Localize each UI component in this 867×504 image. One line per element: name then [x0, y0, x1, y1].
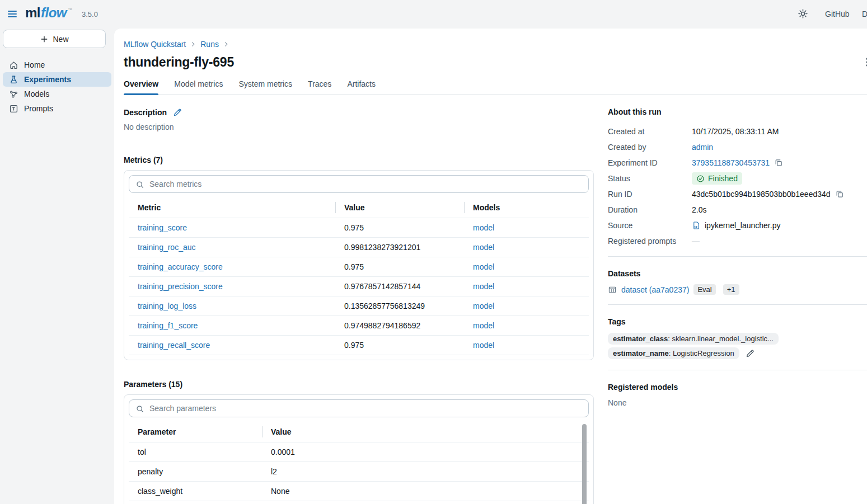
parameter-value-cell: l2: [262, 462, 589, 482]
tags-list: estimator_class: sklearn.linear_model._l…: [608, 333, 867, 359]
model-link[interactable]: model: [473, 341, 494, 350]
hamburger-menu-icon[interactable]: [7, 8, 18, 20]
sidebar-item-prompts[interactable]: Prompts: [3, 101, 111, 116]
metric-row: training_roc_auc0.9981238273921201model: [129, 238, 589, 257]
parameters-scrollbar[interactable]: [582, 424, 587, 504]
chevron-right-icon: [223, 41, 229, 48]
about-field-label: Source: [608, 221, 692, 230]
mlflow-logo[interactable]: mlflow™: [25, 5, 72, 21]
copy-icon[interactable]: [835, 190, 844, 199]
metric-value-cell: 0.975: [335, 218, 464, 238]
metrics-search-input[interactable]: [129, 176, 588, 192]
tab-traces[interactable]: Traces: [308, 79, 331, 95]
tag-line: estimator_name: LogisticRegression: [608, 347, 755, 359]
model-link[interactable]: model: [473, 243, 494, 252]
sidebar-item-label: Models: [24, 90, 49, 98]
dataset-context-badge[interactable]: Eval: [693, 284, 715, 295]
about-field-row: Created byadmin: [608, 139, 867, 155]
tag-key: estimator_name: [613, 349, 669, 357]
about-value-text: 10/17/2025, 08:33:11 AM: [692, 127, 779, 136]
code-file-icon: [692, 221, 701, 230]
metrics-table: Metric Value Models training_score0.975m…: [129, 197, 589, 355]
metric-link[interactable]: training_score: [138, 223, 187, 232]
model-link[interactable]: model: [473, 321, 494, 330]
tab-artifacts[interactable]: Artifacts: [347, 79, 376, 95]
metric-link[interactable]: training_precision_score: [138, 282, 223, 291]
metric-row: training_recall_score0.975model: [129, 336, 589, 355]
docs-link[interactable]: Docs: [862, 10, 867, 18]
parameter-value-cell: 0.0001: [262, 442, 589, 462]
model-link[interactable]: model: [473, 282, 494, 291]
copy-icon[interactable]: [774, 158, 783, 167]
tab-system-metrics[interactable]: System metrics: [238, 79, 292, 95]
about-field-label: Created at: [608, 127, 692, 136]
description-empty-text: No description: [124, 123, 594, 131]
datasets-heading: Datasets: [608, 269, 867, 278]
gear-icon[interactable]: [797, 8, 808, 20]
app-version: 3.5.0: [82, 10, 98, 18]
metric-link[interactable]: training_recall_score: [138, 341, 210, 350]
about-value-link[interactable]: 379351188730453731: [692, 158, 770, 167]
breadcrumb-link[interactable]: Runs: [200, 40, 219, 49]
model-link[interactable]: model: [473, 223, 494, 232]
metric-link[interactable]: training_roc_auc: [138, 243, 196, 252]
dataset-more-badge[interactable]: +1: [723, 284, 739, 295]
parameter-row: tol0.0001: [129, 442, 589, 462]
tag-line: estimator_class: sklearn.linear_model._l…: [608, 333, 779, 345]
status-badge: Finished: [692, 172, 742, 185]
sidebar-item-experiments[interactable]: Experiments: [3, 72, 111, 87]
registered-models-heading: Registered models: [608, 383, 867, 392]
about-field-value: 10/17/2025, 08:33:11 AM: [692, 127, 779, 136]
parameter-row: class_weightNone: [129, 482, 589, 501]
metric-model-cell: model: [464, 238, 589, 257]
about-field-label: Registered prompts: [608, 237, 692, 246]
tag-pill: estimator_name: LogisticRegression: [608, 347, 739, 359]
metrics-search: [129, 175, 589, 193]
new-button[interactable]: New: [3, 30, 106, 48]
parameters-search-input[interactable]: [129, 400, 588, 417]
home-icon: [9, 60, 18, 70]
edit-description-icon[interactable]: [173, 107, 182, 117]
tab-bar: OverviewModel metricsSystem metricsTrace…: [124, 79, 867, 95]
metric-link[interactable]: training_f1_score: [138, 321, 198, 330]
overflow-menu-icon[interactable]: [862, 56, 867, 68]
tab-overview[interactable]: Overview: [124, 79, 158, 95]
about-field-value: 43dc5b01bc994b198503bb0b1eeed34d: [692, 190, 844, 199]
about-rows: Created at10/17/2025, 08:33:11 AMCreated…: [608, 124, 867, 249]
description-heading: Description: [124, 108, 167, 117]
sidebar-item-models[interactable]: Models: [3, 87, 111, 101]
topbar: mlflow™ 3.5.0 GitHub Docs: [0, 0, 867, 29]
edit-tags-icon[interactable]: [746, 348, 755, 358]
parameters-table: Parameter Value tol0.0001penaltyl2class_…: [129, 422, 589, 504]
tag-value: : sklearn.linear_model._logistic...: [668, 335, 774, 343]
metric-link[interactable]: training_accuracy_score: [138, 262, 223, 271]
metric-value-cell: 0.975: [335, 336, 464, 355]
main-panel: MLflow QuickstartRuns thundering-fly-695…: [114, 29, 867, 504]
sidebar-item-home[interactable]: Home: [3, 58, 111, 72]
new-button-label: New: [53, 35, 68, 44]
parameters-heading: Parameters (15): [124, 380, 594, 389]
metric-name-cell: training_score: [129, 218, 335, 238]
about-value-link[interactable]: admin: [692, 143, 713, 152]
dataset-row: dataset (aa7a0237) Eval +1: [608, 284, 867, 295]
tags-heading: Tags: [608, 317, 867, 326]
metric-link[interactable]: training_log_loss: [138, 302, 196, 310]
model-link[interactable]: model: [473, 302, 494, 310]
source-text: ipykernel_launcher.py: [705, 221, 780, 230]
about-field-row: Experiment ID379351188730453731: [608, 155, 867, 171]
metrics-col-metric: Metric: [129, 197, 335, 218]
parameters-search: [129, 399, 589, 417]
model-link[interactable]: model: [473, 262, 494, 271]
github-link[interactable]: GitHub: [825, 10, 850, 18]
tab-model-metrics[interactable]: Model metrics: [174, 79, 223, 95]
metric-model-cell: model: [464, 257, 589, 277]
breadcrumb-link[interactable]: MLflow Quickstart: [124, 40, 186, 49]
parameters-card: Parameter Value tol0.0001penaltyl2class_…: [124, 394, 594, 504]
parameter-name-cell: penalty: [129, 462, 262, 482]
source-value: ipykernel_launcher.py: [692, 221, 780, 230]
metric-model-cell: model: [464, 218, 589, 238]
dataset-link[interactable]: dataset (aa7a0237): [621, 285, 689, 294]
metric-name-cell: training_roc_auc: [129, 238, 335, 257]
about-field-value: 379351188730453731: [692, 158, 783, 167]
run-overview-column: Description No description Metrics (7): [124, 107, 594, 504]
